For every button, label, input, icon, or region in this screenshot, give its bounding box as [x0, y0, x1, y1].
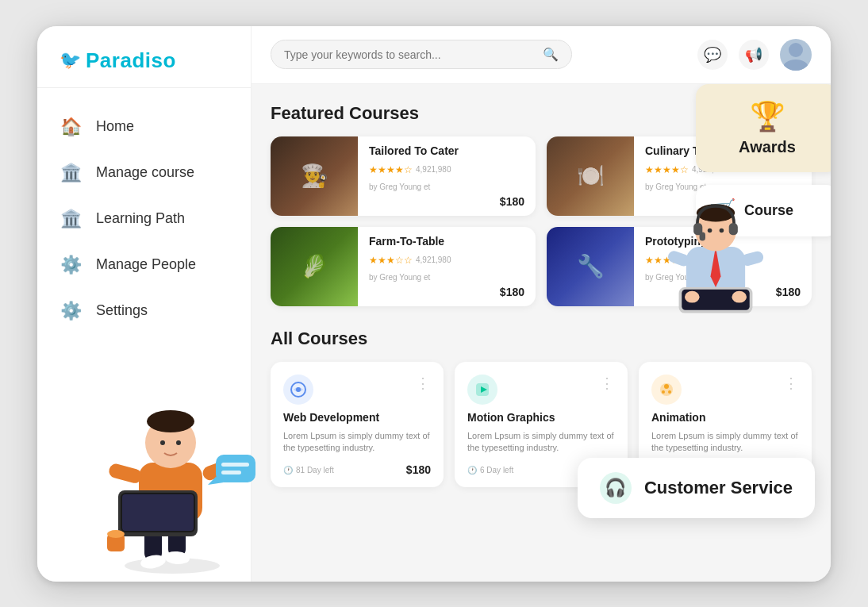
logo-text: Paradiso	[86, 48, 176, 73]
course-card-header-1: ⋮	[467, 375, 615, 405]
svg-point-4	[163, 550, 190, 565]
svg-point-9	[176, 440, 181, 445]
sidebar-item-manage-people[interactable]: ⚙️ Manage People	[37, 244, 251, 286]
svg-point-7	[147, 410, 194, 432]
stars-1: ★★★★☆	[645, 164, 689, 175]
sidebar-item-settings[interactable]: ⚙️ Settings	[37, 290, 251, 332]
search-icon: 🔍	[543, 47, 559, 62]
featured-price-2: $180	[369, 286, 524, 298]
svg-point-6	[145, 417, 196, 468]
course-card-title-0: Web Development	[283, 411, 431, 424]
svg-rect-15	[107, 534, 125, 551]
svg-point-8	[160, 440, 165, 445]
course-icon-0	[283, 375, 313, 405]
customer-service-icon: 🎧	[600, 472, 632, 504]
rating-row-3: ★★★★☆ 4,921,881	[645, 255, 801, 266]
stars-0: ★★★★☆	[369, 164, 413, 175]
course-meta-0: by Greg Young et	[369, 182, 524, 191]
featured-thumb-3: 🔧	[547, 227, 634, 306]
featured-thumb-icon-2: 🥬	[271, 227, 358, 306]
svg-point-22	[783, 60, 808, 71]
search-bar[interactable]: 🔍	[271, 40, 572, 69]
featured-card-2[interactable]: 🥬 Farm-To-Table ★★★☆☆ 4,921,980 by Greg …	[271, 227, 536, 306]
customer-service-label: Customer Service	[644, 478, 793, 498]
clock-icon-1: 🕐	[467, 466, 477, 474]
learning-path-icon: 🏛️	[60, 209, 82, 229]
course-label: Course	[744, 202, 793, 219]
featured-price-0: $180	[369, 195, 524, 208]
stars-2: ★★★☆☆	[369, 255, 413, 266]
featured-card-0[interactable]: 👨‍🍳 Tailored To Cater ★★★★☆ 4,921,980 by…	[271, 136, 536, 216]
course-icon-1	[467, 375, 497, 405]
course-menu-0[interactable]: ⋮	[416, 375, 431, 392]
course-card-header-0: ⋮	[283, 375, 431, 405]
sidebar-label-manage-people: Manage People	[96, 256, 196, 273]
nav-menu: 🏠 Home 🏛️ Manage course 🏛️ Learning Path…	[37, 88, 251, 350]
manage-people-icon: ⚙️	[60, 255, 82, 275]
person-illustration	[85, 359, 275, 582]
featured-thumb-icon-1: 🍽️	[547, 136, 634, 216]
announce-button[interactable]: 📢	[739, 40, 769, 70]
header: 🔍 💬 📢	[252, 26, 831, 84]
featured-thumb-icon-0: 👨‍🍳	[271, 136, 358, 216]
sidebar-item-home[interactable]: 🏠 Home	[37, 106, 251, 148]
logo-area: 🐦 Paradiso	[37, 48, 251, 88]
svg-marker-20	[208, 477, 224, 485]
course-card-title-2: Animation	[651, 411, 799, 424]
course-menu-1[interactable]: ⋮	[600, 375, 615, 392]
featured-card-3[interactable]: 🔧 Prototyping ★★★★☆ 4,921,881 by Greg Yo…	[547, 227, 812, 306]
featured-info-2: Farm-To-Table ★★★☆☆ 4,921,980 by Greg Yo…	[358, 227, 536, 306]
avatar[interactable]	[780, 39, 812, 71]
featured-thumb-0: 👨‍🍳	[271, 136, 358, 216]
manage-course-icon: 🏛️	[60, 163, 82, 183]
rating-row-2: ★★★☆☆ 4,921,980	[369, 255, 524, 266]
chat-button[interactable]: 💬	[697, 40, 728, 70]
sidebar: 🐦 Paradiso 🏠 Home 🏛️ Manage course 🏛️ Le…	[37, 26, 252, 582]
featured-thumb-icon-3: 🔧	[547, 227, 634, 306]
course-cart-card: 🛒 Course	[696, 185, 831, 236]
svg-point-29	[664, 384, 669, 389]
sidebar-item-learning-path[interactable]: 🏛️ Learning Path	[37, 198, 251, 240]
course-card-title-1: Motion Graphics	[467, 411, 615, 424]
featured-course-title-0: Tailored To Cater	[369, 144, 524, 157]
course-card-0[interactable]: ⋮ Web Development Lorem Lpsum is simply …	[271, 362, 444, 488]
main-content: 🔍 💬 📢 Featured Courses	[252, 26, 831, 582]
logo-bird-icon: 🐦	[60, 50, 81, 71]
course-price-0: $180	[406, 463, 431, 476]
course-card-desc-1: Lorem Lpsum is simply dummy text of the …	[467, 430, 615, 455]
sidebar-label-learning-path: Learning Path	[96, 210, 185, 227]
svg-rect-1	[144, 518, 162, 562]
svg-rect-14	[122, 494, 194, 531]
awards-label: Awards	[739, 138, 796, 156]
featured-course-title-3: Prototyping	[645, 235, 801, 248]
course-meta-3: by Greg Young et	[645, 273, 801, 282]
cart-icon: 🛒	[709, 198, 736, 224]
svg-rect-19	[221, 471, 241, 474]
course-days-0: 🕐 81 Day left	[283, 466, 334, 474]
star-count-2: 4,921,980	[416, 255, 451, 264]
svg-point-16	[107, 530, 125, 538]
svg-rect-12	[118, 490, 198, 536]
course-icon-2	[651, 375, 682, 405]
course-card-footer-0: 🕐 81 Day left $180	[283, 463, 431, 476]
header-icons: 💬 📢	[697, 39, 812, 71]
search-input[interactable]	[284, 48, 536, 61]
svg-rect-17	[216, 455, 255, 482]
sidebar-label-manage-course: Manage course	[96, 164, 194, 181]
svg-point-31	[668, 390, 671, 394]
sidebar-label-home: Home	[96, 118, 134, 135]
featured-thumb-1: 🍽️	[547, 136, 634, 216]
stars-3: ★★★★☆	[645, 255, 689, 266]
content-area: Featured Courses 👨‍🍳 Tailored To Cater ★…	[252, 84, 831, 582]
course-card-desc-2: Lorem Lpsum is simply dummy text of the …	[651, 430, 799, 455]
sidebar-item-manage-course[interactable]: 🏛️ Manage course	[37, 152, 251, 194]
trophy-icon: 🏆	[750, 100, 785, 133]
right-overlays: 🏆 Awards 🛒 Course	[696, 84, 831, 236]
clock-icon-0: 🕐	[283, 466, 293, 474]
svg-point-3	[140, 553, 167, 570]
course-menu-2[interactable]: ⋮	[784, 375, 799, 392]
svg-rect-10	[107, 462, 143, 484]
customer-service-overlay[interactable]: 🎧 Customer Service	[578, 458, 815, 518]
star-count-3: 4,921,881	[692, 255, 728, 264]
svg-point-25	[296, 387, 301, 392]
